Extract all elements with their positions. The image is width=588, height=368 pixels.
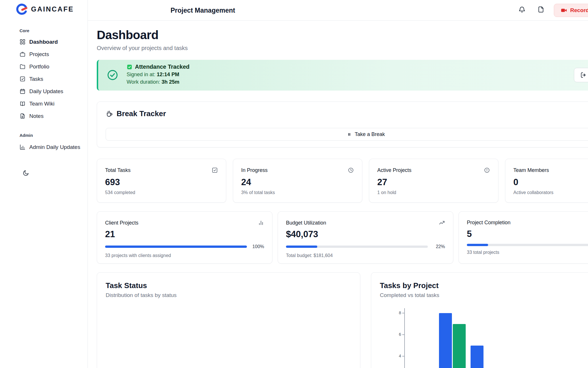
- stat-card-in-progress: In Progress 24 3% of total tasks: [233, 159, 362, 203]
- progress-value: $40,073: [286, 229, 445, 239]
- stat-value: 693: [105, 177, 218, 187]
- break-tracker-header: Break Tracker: [106, 109, 166, 118]
- trending-up-icon: [439, 220, 445, 226]
- progress-card-budget-utilization: Budget Utilization $40,073 22% Total bud…: [278, 211, 453, 264]
- book-open-icon: [20, 101, 26, 107]
- sidebar-item-projects[interactable]: Projects: [0, 48, 88, 60]
- sidebar-item-dashboard[interactable]: Dashboard: [0, 36, 88, 48]
- sidebar-item-notes[interactable]: Notes: [0, 110, 88, 122]
- sidebar-item-portfolio[interactable]: Portfolio: [0, 60, 88, 73]
- folder-icon: [20, 64, 26, 70]
- file-text-icon: [20, 113, 26, 119]
- dashboard-grid-icon: [20, 39, 26, 45]
- file-icon: [537, 6, 545, 13]
- progress-value: 21: [105, 229, 264, 239]
- sidebar-item-team-wiki[interactable]: Team Wiki: [0, 97, 88, 110]
- brand-name: GAINCAFE: [31, 5, 74, 13]
- progress-title: Client Projects: [105, 220, 138, 226]
- progress-track: [286, 246, 428, 248]
- progress-card-client-projects: Client Projects 21 100% 33 projects with…: [97, 211, 272, 264]
- sidebar: GAINCAFE Core Dashboard Projects Portfol…: [0, 0, 88, 368]
- sidebar-item-tasks[interactable]: Tasks: [0, 73, 88, 85]
- duration-value: 3h 25m: [162, 79, 179, 85]
- sidebar-nav-core: Dashboard Projects Portfolio Tasks Daily…: [0, 36, 88, 122]
- tasks-by-project-card: Tasks by Project Completed vs total task…: [371, 272, 588, 368]
- sidebar-item-label: Admin Daily Updates: [29, 144, 80, 150]
- task-status-title: Task Status: [97, 273, 360, 290]
- mini-bars-icon: [258, 220, 264, 226]
- document-button[interactable]: [537, 6, 545, 13]
- stat-caption: 3% of total tasks: [241, 190, 354, 195]
- sidebar-section-admin: Admin: [20, 133, 33, 138]
- chart-bar: [453, 324, 466, 368]
- attendance-duration: Work duration: 3h 25m: [127, 79, 189, 85]
- stat-caption: Active collaborators: [513, 190, 588, 195]
- sidebar-item-admin-daily-updates[interactable]: Admin Daily Updates: [0, 141, 88, 153]
- gaincafe-logo-icon: [16, 3, 28, 15]
- stat-caption: 1 on hold: [377, 190, 490, 195]
- progress-track: [467, 244, 588, 246]
- progress-fill: [467, 244, 488, 246]
- alert-circle-icon: [484, 167, 490, 173]
- stat-title: Total Tasks: [105, 167, 131, 173]
- main-area: Dashboard Overview of your projects and …: [88, 21, 588, 368]
- attendance-signed-in: Signed in at: 12:14 PM: [127, 72, 189, 78]
- attendance-text: Attendance Tracked Signed in at: 12:14 P…: [127, 64, 189, 85]
- theme-toggle-button[interactable]: [21, 168, 31, 178]
- attendance-title: Attendance Tracked: [135, 64, 189, 70]
- page-head: Dashboard Overview of your projects and …: [97, 28, 188, 51]
- chart-tick-mark: [402, 334, 404, 335]
- sidebar-item-label: Tasks: [29, 76, 43, 82]
- coffee-icon: [106, 110, 113, 118]
- sidebar-nav-admin: Admin Daily Updates: [0, 141, 88, 153]
- content-column: Dashboard Overview of your projects and …: [97, 21, 588, 368]
- progress-title: Project Completion: [467, 220, 510, 226]
- duration-label: Work duration:: [127, 79, 160, 85]
- task-status-subtitle: Distribution of tasks by status: [97, 290, 360, 298]
- top-header: Project Management Record Cli: [88, 0, 588, 21]
- chart-tick-mark: [402, 313, 404, 313]
- chart-bar: [439, 313, 452, 368]
- signed-in-value: 12:14 PM: [157, 72, 179, 77]
- chart-tick-label: 4: [391, 354, 401, 358]
- notifications-button[interactable]: [518, 6, 526, 13]
- sidebar-item-daily-updates[interactable]: Daily Updates: [0, 85, 88, 97]
- sign-out-button[interactable]: [574, 68, 588, 82]
- stat-value: 24: [241, 177, 354, 187]
- stat-value: 27: [377, 177, 490, 187]
- check-square-icon: [20, 76, 26, 82]
- take-a-break-button[interactable]: Take a Break: [106, 128, 588, 141]
- attendance-banner: Attendance Tracked Signed in at: 12:14 P…: [97, 60, 588, 91]
- pause-icon: [347, 132, 352, 137]
- stats-row: Total Tasks 693 534 completed In Progres…: [97, 159, 588, 203]
- stat-card-total-tasks: Total Tasks 693 534 completed: [97, 159, 226, 203]
- record-clip-button[interactable]: Record Cli: [554, 4, 588, 17]
- sidebar-item-label: Projects: [29, 51, 49, 57]
- tasks-by-project-plot: 864: [371, 273, 588, 368]
- progress-fill: [286, 246, 317, 248]
- sidebar-item-label: Daily Updates: [29, 88, 63, 95]
- progress-caption: Total budget: $181,604: [286, 253, 445, 258]
- clock-icon: [348, 167, 354, 173]
- take-a-break-label: Take a Break: [355, 131, 385, 137]
- progress-row: Client Projects 21 100% 33 projects with…: [97, 211, 588, 264]
- page-subtitle: Overview of your projects and tasks: [97, 45, 188, 51]
- brand-logo[interactable]: GAINCAFE: [16, 3, 74, 15]
- video-camera-icon: [560, 7, 567, 14]
- sidebar-item-label: Portfolio: [29, 64, 49, 70]
- task-status-card: Task Status Distribution of tasks by sta…: [97, 272, 360, 368]
- chart-bar: [471, 346, 483, 368]
- progress-caption: 33 projects with clients assigned: [105, 253, 264, 258]
- sidebar-item-label: Notes: [29, 113, 44, 119]
- chart-tick-label: 6: [391, 332, 401, 337]
- header-title: Project Management: [171, 0, 235, 21]
- green-checkbox-icon: [127, 64, 132, 70]
- briefcase-icon: [20, 51, 26, 57]
- stat-title: In Progress: [241, 167, 268, 173]
- signed-in-label: Signed in at:: [127, 72, 155, 77]
- attendance-status: [107, 69, 119, 81]
- sidebar-section-core: Core: [20, 28, 29, 33]
- progress-caption: 33 total projects: [467, 250, 588, 255]
- progress-value: 5: [467, 229, 588, 239]
- sidebar-item-label: Team Wiki: [29, 101, 55, 107]
